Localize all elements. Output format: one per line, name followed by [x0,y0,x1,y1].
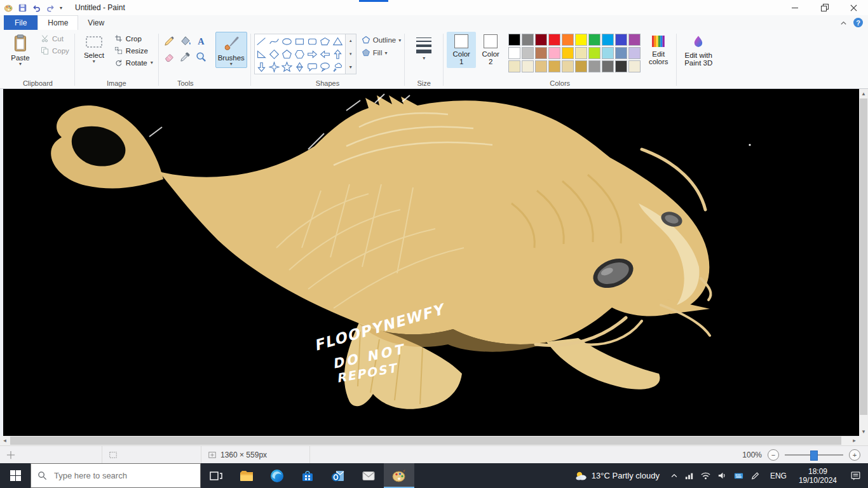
redo-icon[interactable] [46,3,55,13]
undo-icon[interactable] [32,3,41,13]
save-icon[interactable] [18,3,27,13]
fill-button[interactable]: Fill ▾ [362,48,401,57]
palette-swatch[interactable] [522,34,534,46]
palette-swatch[interactable] [615,34,627,46]
six-point-star-shape-icon[interactable] [294,60,306,73]
touch-keyboard-icon[interactable] [731,470,747,481]
outline-button[interactable]: Outline ▾ [362,36,401,44]
rounded-callout-shape-icon[interactable] [306,60,319,73]
palette-swatch[interactable] [602,60,614,72]
palette-swatch[interactable] [562,34,574,46]
zoom-out-button[interactable]: − [768,449,779,461]
cloud-callout-shape-icon[interactable] [332,60,344,73]
palette-swatch[interactable] [562,47,574,59]
palette-swatch[interactable] [535,34,547,46]
shapes-scroll-up-icon[interactable]: ▴ [346,34,356,48]
taskbar-search[interactable] [31,463,201,488]
tray-chevron-up-icon[interactable] [667,473,681,478]
hexagon-shape-icon[interactable] [294,48,306,60]
brushes-button[interactable]: Brushes ▾ [215,32,247,68]
palette-swatch[interactable] [615,47,627,59]
rotate-button[interactable]: Rotate ▾ [112,58,155,67]
palette-swatch[interactable] [535,60,547,72]
close-button[interactable] [839,0,868,15]
palette-swatch[interactable] [548,34,560,46]
polygon-shape-icon[interactable] [319,35,332,48]
clock[interactable]: 18:09 19/10/2024 [793,467,843,485]
mail-taskbar-button[interactable] [353,463,384,488]
text-tool-icon[interactable]: A [194,33,209,48]
magnifier-tool-icon[interactable] [194,49,209,64]
crop-button[interactable]: Crop [112,34,155,43]
shapes-more-icon[interactable]: ▼ [346,60,356,74]
right-arrow-shape-icon[interactable] [306,48,319,60]
palette-swatch[interactable] [588,34,600,46]
resize-button[interactable]: Resize [112,46,155,55]
palette-swatch[interactable] [602,47,614,59]
palette-swatch[interactable] [615,60,627,72]
palette-swatch[interactable] [575,34,587,46]
size-button[interactable]: ▾ [408,32,440,62]
wifi-icon[interactable] [698,470,714,481]
oval-shape-icon[interactable] [281,35,294,48]
palette-swatch[interactable] [508,47,520,59]
vertical-scrollbar[interactable]: ▴ ▾ [859,89,868,436]
color2-button[interactable]: Color 2 [476,32,505,68]
language-indicator[interactable]: ENG [764,471,793,480]
zoom-in-button[interactable]: + [849,449,860,461]
fill-tool-icon[interactable] [178,33,193,48]
rounded-rectangle-shape-icon[interactable] [306,35,319,48]
right-triangle-shape-icon[interactable] [255,48,268,60]
horizontal-scroll-thumb[interactable] [10,437,841,445]
horizontal-scrollbar[interactable]: ◂ ▸ [0,436,859,445]
up-arrow-shape-icon[interactable] [332,48,344,60]
search-input[interactable] [53,470,186,481]
help-icon[interactable]: ? [853,18,863,27]
zoom-slider-thumb[interactable] [810,451,818,461]
five-point-star-shape-icon[interactable] [281,60,294,73]
scroll-left-icon[interactable]: ◂ [0,436,10,445]
collapse-ribbon-icon[interactable] [840,20,847,25]
minimize-button[interactable] [780,0,810,15]
shapes-scroll-down-icon[interactable]: ▾ [346,48,356,61]
network-icon[interactable] [681,470,698,481]
color1-button[interactable]: Color 1 [447,32,476,68]
palette-swatch[interactable] [508,34,520,46]
triangle-shape-icon[interactable] [332,35,344,48]
outlook-taskbar-button[interactable] [323,463,353,488]
tab-file[interactable]: File [4,15,37,30]
scroll-down-icon[interactable]: ▾ [859,427,868,436]
palette-swatch[interactable] [535,47,547,59]
palette-swatch[interactable] [588,47,600,59]
palette-swatch[interactable] [548,60,560,72]
rectangle-shape-icon[interactable] [294,35,306,48]
oval-callout-shape-icon[interactable] [319,60,332,73]
palette-swatch[interactable] [628,34,641,46]
store-taskbar-button[interactable] [292,463,323,488]
diamond-shape-icon[interactable] [268,48,281,60]
palette-swatch[interactable] [508,60,520,72]
paste-button[interactable]: Paste ▾ [4,32,36,68]
palette-swatch[interactable] [628,60,641,72]
restore-button[interactable] [810,0,839,15]
palette-swatch[interactable] [522,47,534,59]
paint-taskbar-button[interactable] [384,463,414,488]
file-explorer-taskbar-button[interactable] [231,463,262,488]
vertical-scroll-thumb[interactable] [860,98,867,415]
drawing-canvas[interactable]: FLOOPYNEWFY DO NOT REPOST [3,89,859,436]
cut-button[interactable]: Cut [39,34,71,43]
tab-home[interactable]: Home [37,15,78,30]
line-shape-icon[interactable] [255,35,268,48]
pen-icon[interactable] [747,470,764,481]
four-point-star-shape-icon[interactable] [268,60,281,73]
action-center-button[interactable] [843,470,868,481]
tab-view[interactable]: View [78,15,114,30]
palette-swatch[interactable] [548,47,560,59]
palette-swatch[interactable] [575,47,587,59]
scroll-up-icon[interactable]: ▴ [859,89,868,98]
color-picker-tool-icon[interactable] [178,49,193,64]
curve-shape-icon[interactable] [268,35,281,48]
qat-customize-icon[interactable]: ▾ [60,5,62,11]
palette-swatch[interactable] [588,60,600,72]
scroll-right-icon[interactable]: ▸ [850,436,859,445]
